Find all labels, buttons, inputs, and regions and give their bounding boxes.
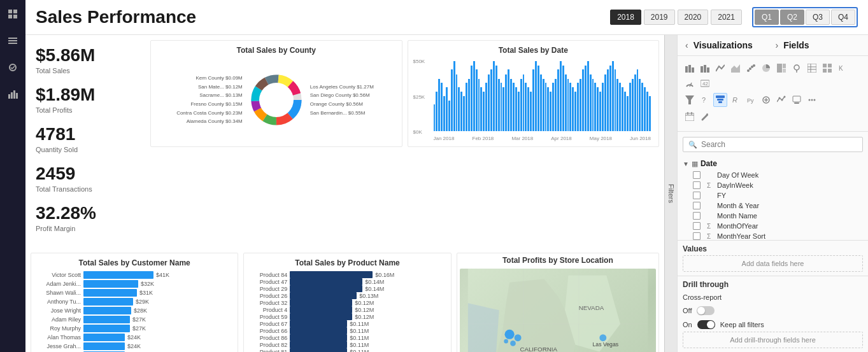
date-bar-40	[532, 69, 534, 131]
viz-icon-map[interactable]	[790, 61, 804, 75]
product-name-3: Product 26	[249, 293, 287, 299]
drill-drop-zone[interactable]: Add drill-through fields here	[683, 332, 863, 348]
viz-icon-bar[interactable]	[683, 61, 697, 75]
customer-bar-0	[83, 271, 153, 279]
year-btn-2018[interactable]: 2018	[610, 10, 641, 25]
viz-icon-paint[interactable]	[790, 93, 804, 107]
customer-name-0: Victor Scott	[36, 272, 81, 278]
date-bar-22	[488, 74, 490, 131]
viz-icon-kpi[interactable]: K	[836, 61, 850, 75]
fy-label: FY	[717, 192, 726, 199]
kpi-transactions-label: Total Transactions	[36, 185, 140, 193]
date-bar-35	[520, 79, 522, 132]
viz-icon-area[interactable]	[729, 61, 743, 75]
fields-search-box[interactable]: 🔍	[683, 137, 863, 152]
viz-icon-analytics[interactable]	[774, 93, 788, 107]
day-in-week-checkbox[interactable]	[693, 181, 701, 189]
keep-filters-toggle[interactable]	[697, 320, 715, 329]
month-year-checkbox[interactable]	[693, 202, 701, 209]
svg-point-58	[749, 67, 751, 70]
viz-icon-format[interactable]	[759, 93, 773, 107]
svg-point-32	[510, 341, 516, 346]
date-group-header[interactable]: ▼ ▦ Date	[683, 157, 863, 170]
product-val-5: $0.12M	[355, 307, 374, 313]
values-drop-zone[interactable]: Add data fields here	[683, 255, 863, 272]
product-val-10: $0.11M	[350, 342, 369, 348]
date-bar-87	[649, 96, 651, 131]
field-month-year[interactable]: Month & Year	[683, 201, 863, 211]
quarter-btn-q4[interactable]: Q4	[831, 10, 855, 25]
viz-icon-card[interactable]: 42	[698, 76, 712, 90]
fy-checkbox[interactable]	[693, 192, 701, 199]
month-name-checkbox[interactable]	[693, 212, 701, 220]
field-day-of-week[interactable]: Day Of Week	[683, 170, 863, 180]
customer-row-4: Jose Wright $28K	[36, 307, 232, 314]
customer-chart-title: Total Sales by Customer Name	[36, 258, 232, 267]
nav-icon-1[interactable]	[4, 5, 22, 23]
product-bar-3	[290, 292, 357, 299]
field-month-of-year[interactable]: Σ MonthOfYear	[683, 221, 863, 231]
viz-icon-wrench[interactable]	[698, 109, 712, 123]
date-bar-44	[543, 79, 544, 132]
month-of-year-checkbox[interactable]	[693, 222, 701, 230]
viz-icon-more[interactable]	[805, 93, 819, 107]
customer-bar-7	[83, 334, 125, 341]
quarter-btn-q2[interactable]: Q2	[780, 10, 804, 25]
product-row-8: Product 66 $0.11M	[249, 327, 445, 334]
county-chart: Total Sales by County Kern County $0.09M…	[150, 40, 402, 147]
date-bar-0	[434, 104, 436, 131]
viz-icon-scatter[interactable]	[744, 61, 758, 75]
viz-icon-matrix[interactable]	[820, 61, 834, 75]
monthyear-sort-label: MonthYear Sort	[717, 232, 765, 240]
viz-icon-decomp[interactable]	[713, 93, 727, 107]
svg-rect-62	[783, 64, 786, 68]
viz-toolbar: K 42 ?	[678, 56, 868, 132]
date-bar-21	[485, 83, 487, 131]
year-btn-2021[interactable]: 2021	[711, 10, 742, 25]
viz-icon-funnel[interactable]	[683, 93, 697, 107]
nav-icon-3[interactable]	[4, 59, 22, 76]
keep-filters-label: Keep all filters	[720, 321, 764, 328]
search-input[interactable]	[701, 140, 857, 149]
keep-filters-thumb	[707, 321, 715, 328]
date-bar-62	[587, 61, 589, 131]
viz-icon-pie[interactable]	[759, 61, 773, 75]
quarter-btn-q3[interactable]: Q3	[806, 10, 830, 25]
nav-icon-4[interactable]	[4, 85, 22, 103]
cross-report-toggle[interactable]	[697, 306, 715, 315]
date-bar-3	[441, 83, 443, 131]
filters-tab[interactable]: Filters	[664, 35, 677, 352]
svg-rect-9	[11, 92, 13, 99]
customer-bar-8	[83, 342, 125, 350]
viz-icon-col[interactable]	[698, 61, 712, 75]
viz-icon-py[interactable]: Py	[744, 93, 758, 107]
county-label-right-5: San Bernardin... $0.55M	[310, 109, 397, 118]
county-label-left-4: Contra Costa County $0.23M	[156, 109, 243, 118]
svg-point-30	[504, 330, 514, 339]
viz-icon-qna[interactable]: ?	[698, 93, 712, 107]
viz-icon-calendar[interactable]	[683, 109, 697, 123]
year-btn-2020[interactable]: 2020	[678, 10, 709, 25]
viz-icon-treemap[interactable]	[774, 61, 788, 75]
viz-icon-table[interactable]	[805, 61, 819, 75]
viz-icon-gauge[interactable]	[683, 76, 697, 90]
date-bar-2	[438, 79, 440, 132]
svg-text:Las Vegas: Las Vegas	[592, 341, 618, 348]
day-of-week-checkbox[interactable]	[693, 171, 701, 179]
page-title: Sales Performance	[36, 7, 600, 27]
field-monthyear-sort[interactable]: Σ MonthYear Sort	[683, 231, 863, 240]
left-arrow-icon[interactable]: ‹	[685, 40, 688, 50]
viz-icon-r[interactable]: R	[729, 93, 743, 107]
field-month-name[interactable]: Month Name	[683, 211, 863, 221]
right-arrow-icon[interactable]: ›	[776, 40, 779, 50]
nav-icon-2[interactable]	[4, 32, 22, 50]
header: Sales Performance 2018 2019 2020 2021 Q1…	[25, 0, 868, 35]
viz-icon-line[interactable]	[713, 61, 727, 75]
field-day-in-week[interactable]: Σ DayInWeek	[683, 180, 863, 190]
field-fy[interactable]: FY	[683, 190, 863, 201]
svg-point-56	[747, 69, 750, 72]
svg-text:?: ?	[702, 96, 706, 104]
year-btn-2019[interactable]: 2019	[644, 10, 675, 25]
monthyear-sort-checkbox[interactable]	[693, 232, 701, 240]
quarter-btn-q1[interactable]: Q1	[755, 10, 779, 25]
